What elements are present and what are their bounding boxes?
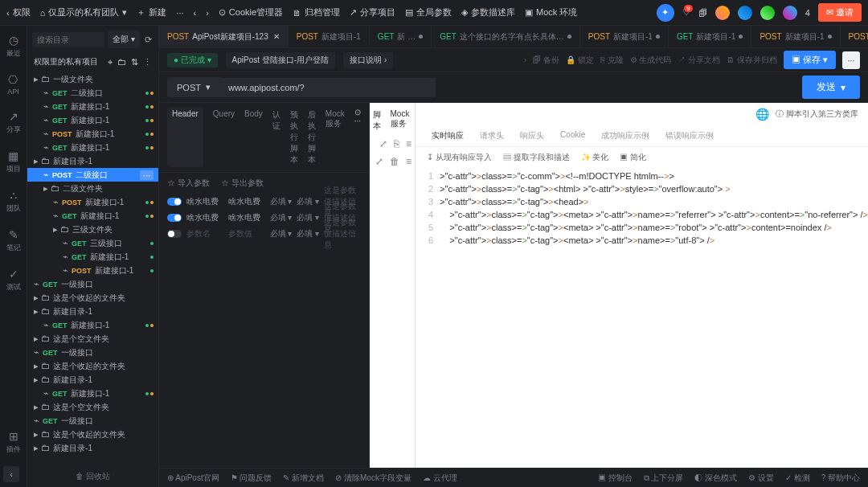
import-params[interactable]: ☆ 导入参数 <box>167 178 210 189</box>
url-input[interactable] <box>220 78 436 97</box>
tree-api[interactable]: ⌁GET三级接口 <box>27 236 158 250</box>
tree-folder[interactable]: ▸ 🗀这是个空文件夹 <box>27 332 158 346</box>
expand-icon[interactable]: ⤢ <box>375 156 383 167</box>
globe-icon[interactable]: 🌐 <box>755 108 769 121</box>
tree-api[interactable]: ⌁POST新建接口-1 <box>27 264 158 277</box>
tree-folder[interactable]: ▸ 🗀这是个空文件夹 <box>27 400 158 414</box>
param-key[interactable]: 啥水电费 <box>186 196 223 207</box>
req-tab[interactable]: Header <box>167 108 203 167</box>
method-select[interactable]: POST ▾ <box>167 77 220 97</box>
status-item[interactable]: ✓ 检测 <box>785 473 810 484</box>
tree-api[interactable]: ⌁GET新建接口-1 <box>27 387 158 400</box>
required-select[interactable]: 必填 ▾ <box>270 196 293 207</box>
filter-icon[interactable]: ⋮ <box>143 57 152 68</box>
param-value[interactable]: 啥水电费 <box>228 212 265 223</box>
param-value[interactable]: 啥水电费 <box>228 196 265 207</box>
avatar[interactable] <box>715 6 730 20</box>
avatar[interactable] <box>783 6 797 20</box>
team-select[interactable]: ⌂仅显示的私有团队 ▾ <box>40 6 128 18</box>
delete-icon[interactable]: 🗑 <box>390 156 399 167</box>
req-tabs-more[interactable]: ⊙ ··· <box>354 108 361 167</box>
param-toggle[interactable] <box>167 230 182 238</box>
param-key[interactable]: 参数名 <box>186 228 223 239</box>
tree-api[interactable]: ⌁POST新建接口-1 <box>27 195 158 209</box>
crumb-action[interactable]: ↗ 分享文档 <box>678 55 720 66</box>
tree-api[interactable]: ⌁GET二级接口 <box>27 86 158 100</box>
activity-最近[interactable]: ◷最近 <box>6 34 21 59</box>
tree-api[interactable]: ⌁GET一级接口 <box>27 414 158 428</box>
required-select[interactable]: 必填 ▾ <box>270 212 293 223</box>
resp-tool-item[interactable]: ↧ 从现有响应导入 <box>427 152 492 163</box>
status-item[interactable]: ◐ 深色模式 <box>694 473 737 484</box>
new-button[interactable]: ＋ 新建 <box>137 6 166 18</box>
export-params[interactable]: ☆ 导出参数 <box>221 178 264 189</box>
activity-笔记[interactable]: ✎笔记 <box>6 228 21 253</box>
status-item[interactable]: ⚙ 设置 <box>748 473 774 484</box>
refresh-icon[interactable]: ⟳ <box>143 33 154 47</box>
resp-tab[interactable]: 响应头 <box>520 130 544 141</box>
tree-folder[interactable]: ▸ 🗀这是个收起的文件夹 <box>27 428 158 441</box>
param-lib[interactable]: ◈ 参数描述库 <box>461 6 515 18</box>
copy-icon[interactable]: ⎘ <box>394 138 399 149</box>
crumb-action[interactable]: 🗎 保存并归档 <box>727 55 777 66</box>
activity-plugin[interactable]: ⊞插件 <box>6 430 21 455</box>
status-item[interactable]: ⚑ 问题反馈 <box>231 473 272 484</box>
tab[interactable]: POSTApiPost新建项目-123✕ <box>159 26 289 47</box>
activity-团队[interactable]: ⛬团队 <box>6 189 21 214</box>
crumb-caret[interactable]: › <box>524 55 526 64</box>
status-item[interactable]: ▣ 控制台 <box>598 473 633 484</box>
tree-api[interactable]: ⌁GET新建接口-1 <box>27 318 158 332</box>
param-key[interactable]: 啥水电费 <box>186 212 223 223</box>
resp-tool-item[interactable]: ▤ 提取字段和描述 <box>503 152 570 163</box>
req-tab[interactable]: 预执行脚本 <box>290 108 298 167</box>
param-toggle[interactable] <box>167 198 182 206</box>
more-button[interactable]: ··· <box>176 8 183 18</box>
activity-项目[interactable]: ▦项目 <box>6 149 21 174</box>
tree-folder[interactable]: ▸ 🗀二级文件夹 <box>27 182 158 195</box>
expand-icon[interactable]: ⤢ <box>379 138 387 149</box>
tree-api[interactable]: ⌁GET新建接口-1 <box>27 141 158 154</box>
mid-tab-mock[interactable]: Mock 服务 <box>391 109 412 132</box>
resp-tab[interactable]: 实时响应 <box>432 130 464 141</box>
tab[interactable]: POST新建项目-1 <box>289 26 370 47</box>
locate-icon[interactable]: ⌖ <box>108 57 113 68</box>
save-button[interactable]: ▣ 保存 ▾ <box>784 51 836 69</box>
tree-api[interactable]: ⌁POST新建接口-1 <box>27 127 158 141</box>
resp-tab[interactable]: Cookie <box>560 130 585 141</box>
nav-back[interactable]: ‹ <box>194 8 197 18</box>
tree-api[interactable]: ⌁GET一级接口 <box>27 277 158 291</box>
tab[interactable]: POST新建项目-1 <box>841 26 868 47</box>
assistant-button[interactable]: ✦ <box>657 4 674 22</box>
crumb-action[interactable]: 🗐 备份 <box>533 55 559 66</box>
required-select[interactable]: 必填 ▾ <box>297 228 319 239</box>
nav-forward[interactable]: › <box>206 8 209 18</box>
close-icon[interactable]: ✕ <box>273 32 280 41</box>
avatar[interactable] <box>760 6 775 20</box>
req-tab[interactable]: 后执行脚本 <box>308 108 316 167</box>
req-tab[interactable]: Mock 服务 <box>326 108 345 167</box>
resp-tab[interactable]: 错误响应示例 <box>665 130 714 141</box>
archive-manage[interactable]: 🗎 归档管理 <box>293 6 340 18</box>
tree-folder[interactable]: ▸ 🗀新建目录-1 <box>27 441 158 455</box>
tab[interactable]: POST新建项目-1 <box>751 26 840 47</box>
tree-api[interactable]: ⌁GET新建接口-1 <box>27 209 158 223</box>
mid-tab-script[interactable]: 脚本 <box>373 109 382 132</box>
avatar[interactable] <box>738 6 752 20</box>
script-lib-link[interactable]: ⓘ 脚本引入第三方类库 <box>776 108 858 120</box>
tree-api[interactable]: ⌁GET新建接口-1 <box>27 250 158 264</box>
activity-测试[interactable]: ✓测试 <box>6 268 21 293</box>
tree-folder[interactable]: ▸ 🗀一级文件夹 <box>27 72 158 86</box>
param-desc[interactable]: 这是参数值描述信息 <box>324 217 361 251</box>
tree-api[interactable]: ⌁GET新建接口-1 <box>27 113 158 127</box>
crumb-more[interactable]: ··· <box>842 51 860 69</box>
activity-分享[interactable]: ↗分享 <box>6 110 21 135</box>
sort-icon[interactable]: ⇅ <box>131 57 138 68</box>
recycle-bin[interactable]: 🗑 回收站 <box>27 466 158 487</box>
cookie-manager[interactable]: ⊙ Cookie管理器 <box>219 6 283 18</box>
list-icon[interactable]: ≡ <box>406 138 411 149</box>
send-button[interactable]: 发送 ▾ <box>802 76 860 99</box>
crumb-action[interactable]: ⎘ 克隆 <box>600 55 624 66</box>
invite-button[interactable]: ✉ 邀请 <box>818 3 862 22</box>
param-value[interactable]: 参数值 <box>228 228 265 239</box>
list-icon[interactable]: ≡ <box>406 156 411 167</box>
